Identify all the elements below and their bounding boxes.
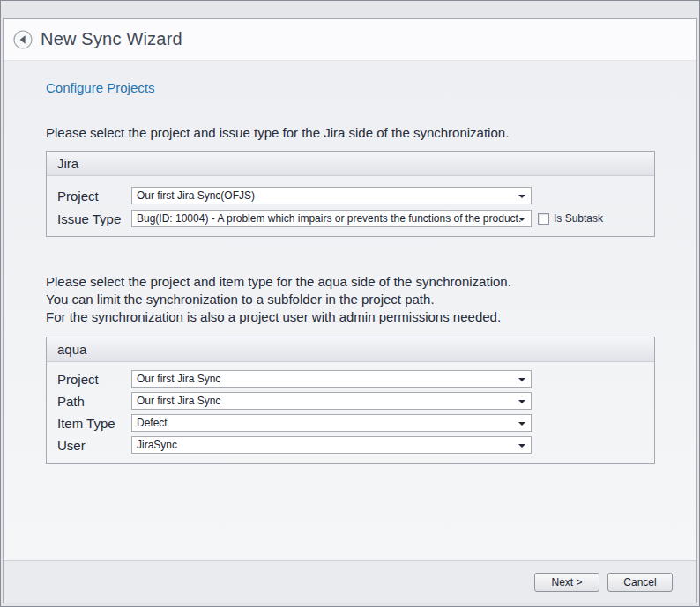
dropdown-arrow-icon [518,195,525,198]
aqua-user-row: User JiraSync [57,436,654,454]
aqua-instructions: Please select the project and item type … [46,273,655,326]
aqua-item-type-label: Item Type [57,416,131,431]
wizard-header: New Sync Wizard [4,19,696,61]
aqua-project-value: Our first Jira Sync [137,373,220,385]
dropdown-arrow-icon [518,422,525,426]
aqua-item-type-row: Item Type Defect [57,414,654,432]
aqua-path-dropdown[interactable]: Our first Jira Sync [131,392,532,410]
jira-groupbox-title: Jira [47,152,654,176]
wizard-window: New Sync Wizard Configure Projects Pleas… [0,0,700,607]
jira-project-row: Project Our first Jira Sync(OFJS) [57,187,654,204]
aqua-instruction-line: For the synchronization is also a projec… [46,308,655,326]
jira-issue-type-value: Bug(ID: 10004) - A problem which impairs… [137,212,521,225]
is-subtask-checkbox-group: Is Subtask [538,212,603,225]
aqua-path-row: Path Our first Jira Sync [57,392,654,410]
aqua-item-type-dropdown[interactable]: Defect [131,414,532,432]
jira-issue-type-label: Issue Type [57,211,131,226]
aqua-item-type-value: Defect [137,417,168,429]
wizard-footer: Next > Cancel [4,560,696,603]
aqua-path-value: Our first Jira Sync [137,395,220,407]
jira-instruction: Please select the project and issue type… [46,124,655,142]
wizard-content: Configure Projects Please select the pro… [4,61,696,560]
aqua-instruction-line: Please select the project and item type … [46,273,655,291]
back-button-icon[interactable] [13,30,33,49]
page-title: New Sync Wizard [41,29,182,49]
aqua-groupbox: aqua Project Our first Jira Sync Path Ou… [46,337,655,464]
step-heading: Configure Projects [46,80,655,95]
jira-project-dropdown[interactable]: Our first Jira Sync(OFJS) [131,187,532,204]
aqua-project-label: Project [57,372,131,387]
dropdown-arrow-icon [518,218,525,221]
jira-project-label: Project [57,189,131,204]
wizard-panel: New Sync Wizard Configure Projects Pleas… [3,18,697,603]
aqua-groupbox-title: aqua [47,337,654,362]
cancel-button[interactable]: Cancel [607,573,673,592]
jira-groupbox-body: Project Our first Jira Sync(OFJS) Issue … [47,176,654,236]
aqua-user-dropdown[interactable]: JiraSync [131,436,532,454]
dropdown-arrow-icon [518,378,525,381]
jira-issue-type-dropdown[interactable]: Bug(ID: 10004) - A problem which impairs… [131,210,532,227]
aqua-user-label: User [57,438,131,453]
next-button[interactable]: Next > [534,573,599,592]
jira-issue-type-row: Issue Type Bug(ID: 10004) - A problem wh… [57,210,654,227]
is-subtask-checkbox[interactable] [538,213,549,225]
aqua-path-label: Path [57,394,131,409]
dropdown-arrow-icon [518,444,525,448]
jira-groupbox: Jira Project Our first Jira Sync(OFJS) I… [46,151,655,237]
aqua-project-row: Project Our first Jira Sync [57,370,654,388]
jira-project-value: Our first Jira Sync(OFJS) [137,189,255,202]
dropdown-arrow-icon [518,400,525,403]
is-subtask-label: Is Subtask [554,212,603,225]
aqua-groupbox-body: Project Our first Jira Sync Path Our fir… [47,362,654,463]
aqua-user-value: JiraSync [137,439,177,451]
aqua-instruction-line: You can limit the synchronization to a s… [46,291,655,308]
aqua-project-dropdown[interactable]: Our first Jira Sync [131,370,532,388]
